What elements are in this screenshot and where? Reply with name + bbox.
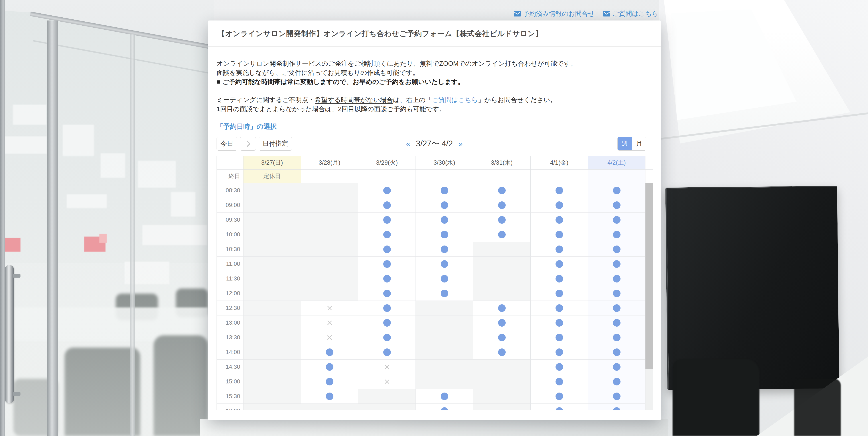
inline-question-link[interactable]: ご質問はこちら	[432, 96, 478, 104]
not-offered-slot	[301, 212, 358, 227]
scrollbar-track	[645, 374, 653, 389]
question-link[interactable]: ご質問はこちら	[603, 9, 658, 18]
available-dot-icon	[613, 304, 621, 312]
available-slot[interactable]	[531, 359, 588, 374]
unavailable-slot	[358, 359, 416, 374]
available-slot[interactable]	[301, 374, 358, 389]
available-slot[interactable]	[531, 257, 588, 271]
available-slot[interactable]	[588, 301, 645, 316]
prev-range-arrow[interactable]: «	[406, 140, 410, 147]
available-slot[interactable]	[588, 242, 645, 257]
available-slot[interactable]	[588, 359, 645, 374]
available-dot-icon	[613, 407, 621, 410]
next-week-button[interactable]	[240, 137, 256, 151]
available-slot[interactable]	[301, 359, 358, 374]
available-slot[interactable]	[531, 227, 588, 242]
available-slot[interactable]	[531, 242, 588, 257]
not-offered-slot	[473, 404, 531, 410]
available-slot[interactable]	[416, 242, 473, 257]
available-slot[interactable]	[358, 227, 416, 242]
available-slot[interactable]	[588, 374, 645, 389]
not-offered-slot	[244, 374, 301, 389]
available-slot[interactable]	[473, 316, 531, 330]
available-slot[interactable]	[358, 345, 416, 359]
available-slot[interactable]	[531, 404, 588, 410]
today-button[interactable]: 今日	[217, 137, 237, 151]
available-slot[interactable]	[588, 404, 645, 410]
available-slot[interactable]	[473, 212, 531, 227]
page: 予約済み情報のお問合せ ご質問はこちら 【オンラインサロン開発制作】オンライン打…	[0, 0, 868, 436]
available-dot-icon	[613, 334, 621, 341]
available-slot[interactable]	[588, 330, 645, 345]
not-offered-slot	[244, 227, 301, 242]
available-slot[interactable]	[531, 330, 588, 345]
available-slot[interactable]	[531, 301, 588, 316]
available-dot-icon	[556, 275, 563, 283]
month-view-toggle[interactable]: 月	[632, 137, 646, 150]
available-slot[interactable]	[416, 227, 473, 242]
intro-text: オンラインサロン開発制作サービスのご発注をご検討頂くにあたり、無料でZOOMでの…	[217, 59, 652, 86]
available-slot[interactable]	[358, 183, 416, 198]
available-slot[interactable]	[531, 316, 588, 330]
available-slot[interactable]	[416, 286, 473, 301]
next-range-arrow[interactable]: »	[459, 140, 463, 147]
available-dot-icon	[613, 245, 621, 253]
available-slot[interactable]	[416, 257, 473, 271]
available-slot[interactable]	[358, 198, 416, 212]
available-slot[interactable]	[531, 198, 588, 212]
available-slot[interactable]	[588, 345, 645, 359]
available-slot[interactable]	[358, 301, 416, 316]
available-slot[interactable]	[416, 183, 473, 198]
available-slot[interactable]	[588, 286, 645, 301]
available-slot[interactable]	[416, 198, 473, 212]
available-slot[interactable]	[358, 316, 416, 330]
available-slot[interactable]	[301, 345, 358, 359]
available-dot-icon	[613, 319, 621, 327]
available-slot[interactable]	[358, 242, 416, 257]
available-slot[interactable]	[588, 227, 645, 242]
available-slot[interactable]	[588, 316, 645, 330]
available-slot[interactable]	[531, 183, 588, 198]
available-dot-icon	[498, 216, 506, 224]
chevron-right-icon	[244, 140, 251, 147]
available-slot[interactable]	[358, 286, 416, 301]
available-slot[interactable]	[473, 183, 531, 198]
time-label: 15:00	[217, 374, 244, 389]
time-row-11:30: 11:30	[217, 271, 653, 286]
available-slot[interactable]	[588, 212, 645, 227]
available-slot[interactable]	[358, 271, 416, 286]
week-view-toggle[interactable]: 週	[618, 137, 632, 150]
available-slot[interactable]	[416, 389, 473, 404]
calendar-scrollbar-thumb[interactable]	[645, 183, 653, 369]
available-slot[interactable]	[358, 212, 416, 227]
available-slot[interactable]	[531, 212, 588, 227]
available-slot[interactable]	[358, 330, 416, 345]
available-slot[interactable]	[588, 183, 645, 198]
available-dot-icon	[498, 334, 506, 341]
available-slot[interactable]	[301, 389, 358, 404]
available-slot[interactable]	[473, 227, 531, 242]
available-slot[interactable]	[531, 286, 588, 301]
available-slot[interactable]	[473, 301, 531, 316]
available-slot[interactable]	[588, 271, 645, 286]
unavailable-slot	[358, 374, 416, 389]
available-slot[interactable]	[531, 345, 588, 359]
reserved-info-link[interactable]: 予約済み情報のお問合せ	[514, 9, 595, 18]
available-slot[interactable]	[588, 257, 645, 271]
available-dot-icon	[441, 245, 448, 253]
available-slot[interactable]	[358, 257, 416, 271]
available-slot[interactable]	[473, 330, 531, 345]
not-offered-slot	[244, 316, 301, 330]
day-header-3/28(月): 3/28(月)	[301, 156, 358, 170]
available-slot[interactable]	[531, 271, 588, 286]
available-slot[interactable]	[531, 374, 588, 389]
available-slot[interactable]	[588, 198, 645, 212]
available-slot[interactable]	[416, 271, 473, 286]
available-slot[interactable]	[588, 389, 645, 404]
available-slot[interactable]	[416, 404, 473, 410]
available-slot[interactable]	[416, 212, 473, 227]
available-slot[interactable]	[473, 345, 531, 359]
available-slot[interactable]	[531, 389, 588, 404]
date-picker-button[interactable]: 日付指定	[259, 137, 292, 151]
available-slot[interactable]	[473, 198, 531, 212]
